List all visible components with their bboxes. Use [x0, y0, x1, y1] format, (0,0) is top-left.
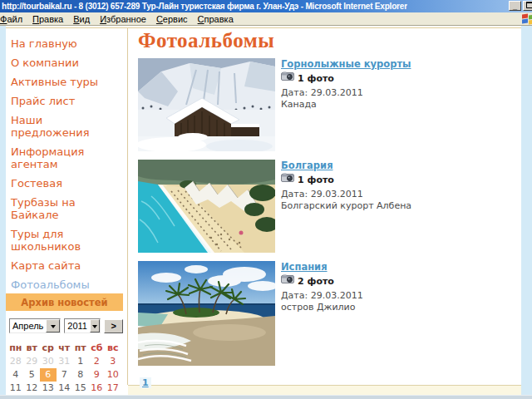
- album-row: Болгария 1 фото Дата: 29.03.2011 Болгарс…: [138, 160, 512, 253]
- album-meta: Горнолыжные курорты 1 фото Дата: 29.03.2…: [281, 58, 411, 151]
- camera-icon: [281, 71, 294, 86]
- calendar-day[interactable]: 14: [57, 382, 73, 395]
- sidebar-item-about[interactable]: О компании: [11, 57, 121, 69]
- page-viewport: На главную О компании Активные туры Прай…: [0, 26, 532, 399]
- menu-edit[interactable]: Правка: [27, 13, 68, 25]
- photo-count-row: 1 фото: [281, 173, 411, 188]
- menu-bar: Файл Правка Вид Избранное Сервис Справка: [0, 12, 532, 26]
- sidebar-item-photo-albums[interactable]: Фотоальбомы: [11, 278, 121, 291]
- sidebar-item-guestbook[interactable]: Гостевая: [11, 177, 121, 190]
- calendar-weekday: пт: [72, 342, 89, 355]
- calendar-weekday: вт: [24, 342, 41, 355]
- bottom-edge-strip: [0, 395, 532, 399]
- calendar-day[interactable]: 8: [72, 368, 89, 382]
- camera-icon: [281, 173, 294, 188]
- calendar-day[interactable]: 17: [105, 382, 121, 395]
- album-row: Горнолыжные курорты 1 фото Дата: 29.03.2…: [138, 58, 512, 151]
- month-select[interactable]: Апрель: [9, 318, 61, 333]
- calendar-day[interactable]: 28: [7, 355, 24, 368]
- album-date: Дата: 29.03.2011: [281, 189, 411, 200]
- calendar-weekday: ср: [40, 342, 57, 355]
- photo-count-row: 1 фото: [281, 71, 411, 86]
- news-archive-title: Архив новостей: [6, 293, 123, 311]
- menu-view[interactable]: Вид: [68, 13, 95, 25]
- browser-window: http://tourbaikal.ru - 8 (3012) 657-289 …: [0, 0, 532, 399]
- year-select-value: 2011: [65, 321, 90, 331]
- minimize-icon: _: [513, 4, 517, 10]
- album-date: Дата: 29.03.2011: [281, 87, 411, 99]
- minimize-button[interactable]: _: [509, 1, 521, 11]
- tropical-island-photo[interactable]: [138, 261, 275, 366]
- album-row: Испания 2 фото Дата: 29.03.2011 остров Д…: [138, 261, 512, 366]
- page-title: Фотоальбомы: [138, 29, 274, 52]
- windows-logo-icon: [521, 13, 532, 25]
- album-meta: Болгария 1 фото Дата: 29.03.2011 Болгарс…: [281, 160, 411, 253]
- album-date: Дата: 29.03.2011: [281, 290, 363, 302]
- calendar-day[interactable]: 12: [24, 382, 41, 395]
- album-description: остров Джилио: [281, 302, 363, 313]
- album-description: Болгарский курорт Албена: [281, 200, 411, 212]
- archive-next-button[interactable]: >: [104, 319, 123, 333]
- sidebar-item-price-list[interactable]: Прайс лист: [11, 95, 121, 107]
- album-meta: Испания 2 фото Дата: 29.03.2011 остров Д…: [281, 261, 363, 366]
- calendar-day[interactable]: 3: [105, 355, 121, 368]
- calendar-day[interactable]: 6: [40, 368, 57, 382]
- photo-count-row: 2 фото: [281, 274, 363, 289]
- menu-help[interactable]: Справка: [193, 13, 239, 25]
- calendar-grid: 2829303112345678910111213141516171819202…: [7, 355, 123, 399]
- calendar-day[interactable]: 30: [40, 355, 57, 368]
- calendar-day[interactable]: 1: [72, 355, 89, 368]
- sidebar-item-agent-info[interactable]: Информация агентам: [11, 145, 121, 170]
- calendar-day[interactable]: 29: [24, 355, 41, 368]
- album-description: Канада: [281, 99, 411, 111]
- albena-beach-photo[interactable]: [138, 160, 275, 253]
- sidebar-item-baikal-camps[interactable]: Турбазы на Байкале: [11, 196, 121, 221]
- menu-favorites[interactable]: Избранное: [95, 13, 151, 25]
- calendar-day[interactable]: 10: [105, 368, 121, 382]
- calendar-weekday: вс: [105, 342, 121, 355]
- menu-tools[interactable]: Сервис: [151, 13, 193, 25]
- month-dropdown-button[interactable]: [46, 319, 60, 332]
- calendar-day[interactable]: 15: [72, 382, 89, 395]
- sidebar-item-school-tours[interactable]: Туры для школьников: [11, 228, 121, 253]
- camera-icon: [281, 274, 294, 289]
- calendar-day[interactable]: 4: [7, 368, 24, 382]
- sidebar-item-offers[interactable]: Наши предложения: [11, 114, 121, 139]
- chevron-down-icon: [92, 325, 97, 331]
- calendar-day[interactable]: 13: [40, 382, 57, 395]
- calendar-weekday: сб: [89, 342, 106, 355]
- ski-resort-photo[interactable]: [138, 58, 275, 151]
- sidebar-item-home[interactable]: На главную: [11, 37, 121, 50]
- month-select-value: Апрель: [10, 321, 46, 331]
- calendar-day[interactable]: 7: [57, 368, 73, 382]
- photo-count: 1 фото: [298, 73, 334, 85]
- window-buttons: _: [509, 1, 532, 11]
- calendar-day[interactable]: 31: [57, 355, 73, 368]
- album-title-link[interactable]: Болгария: [281, 160, 333, 171]
- menu-file[interactable]: Файл: [0, 13, 27, 25]
- calendar-day[interactable]: 9: [89, 368, 106, 382]
- album-list: Горнолыжные курорты 1 фото Дата: 29.03.2…: [138, 58, 512, 389]
- chevron-down-icon: [51, 325, 56, 331]
- news-archive: Архив новостей Апрель 2011 > пнвтсрчтптс…: [6, 293, 123, 399]
- calendar-day[interactable]: 16: [89, 382, 106, 395]
- calendar-day[interactable]: 11: [7, 382, 24, 395]
- calendar-weekday: чт: [57, 342, 73, 355]
- calendar-day[interactable]: 2: [89, 355, 106, 368]
- sidebar: На главную О компании Активные туры Прай…: [6, 26, 127, 399]
- year-dropdown-button[interactable]: [90, 319, 100, 332]
- photo-count: 2 фото: [298, 276, 334, 288]
- year-select[interactable]: 2011: [64, 318, 101, 333]
- calendar-day[interactable]: 5: [24, 368, 41, 382]
- sidebar-divider: [127, 28, 128, 385]
- sidebar-item-sitemap[interactable]: Карта сайта: [11, 259, 121, 272]
- window-titlebar[interactable]: http://tourbaikal.ru - 8 (3012) 657-289 …: [0, 0, 532, 12]
- photo-count: 1 фото: [298, 175, 334, 186]
- calendar-weekdays: пнвтсрчтптсбвс: [7, 342, 123, 355]
- album-title-link[interactable]: Горнолыжные курорты: [281, 58, 411, 70]
- album-title-link[interactable]: Испания: [281, 261, 328, 273]
- calendar-weekday: пн: [7, 342, 24, 355]
- restore-button[interactable]: [523, 1, 532, 11]
- pagination-page-1[interactable]: 1: [140, 377, 151, 388]
- sidebar-item-active-tours[interactable]: Активные туры: [11, 76, 121, 88]
